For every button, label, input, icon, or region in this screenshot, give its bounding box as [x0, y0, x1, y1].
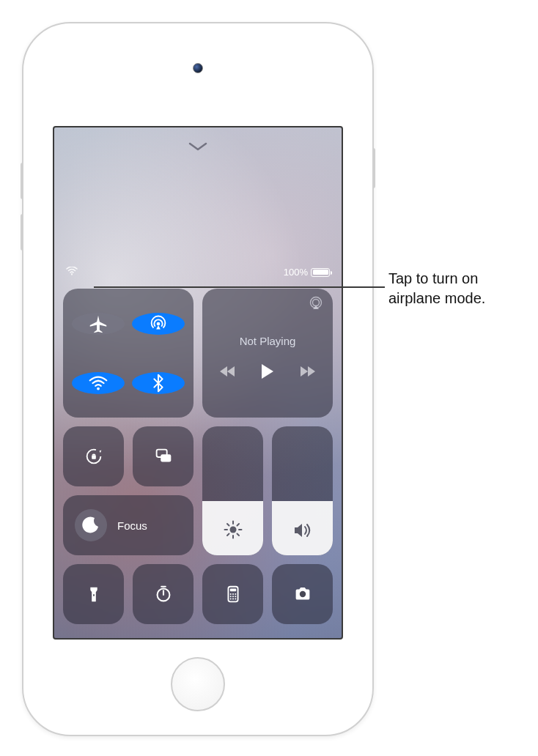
focus-button[interactable]: Focus [63, 495, 194, 555]
callout-leader-line [94, 286, 385, 288]
orientation-lock-button[interactable] [63, 426, 124, 486]
do-not-disturb-icon [75, 509, 107, 541]
svg-point-24 [229, 593, 231, 595]
control-center: Not Playing [63, 289, 333, 629]
svg-point-2 [97, 387, 100, 390]
device-frame: 100% [22, 22, 374, 736]
battery-label: 100% [284, 267, 308, 278]
power-button [372, 148, 375, 188]
next-track-button[interactable] [300, 365, 316, 381]
screen: 100% [53, 126, 343, 640]
svg-rect-23 [229, 589, 235, 592]
status-bar: 100% [54, 267, 342, 278]
front-camera [193, 63, 203, 73]
previous-track-button[interactable] [219, 365, 235, 381]
svg-point-25 [232, 593, 233, 595]
flashlight-button[interactable] [63, 564, 124, 624]
wifi-status-icon [66, 267, 78, 278]
play-button[interactable] [260, 363, 275, 382]
svg-line-15 [237, 534, 239, 536]
svg-point-27 [229, 596, 231, 597]
camera-button[interactable] [272, 564, 333, 624]
svg-point-30 [229, 598, 231, 600]
calculator-button[interactable] [202, 564, 263, 624]
camera-icon [292, 583, 314, 605]
svg-point-9 [229, 527, 236, 533]
focus-label: Focus [117, 519, 147, 532]
svg-rect-6 [92, 455, 96, 459]
timer-button[interactable] [133, 564, 194, 624]
svg-point-31 [232, 598, 233, 600]
callout-line-1: Tap to turn on [388, 269, 485, 289]
svg-line-16 [227, 534, 229, 536]
svg-line-14 [227, 524, 229, 526]
svg-rect-18 [93, 594, 95, 596]
battery-icon [311, 268, 330, 277]
timer-icon [152, 583, 174, 605]
svg-point-1 [157, 322, 161, 325]
wifi-icon [87, 372, 109, 394]
callout-line-2: airplane mode. [388, 289, 485, 308]
airdrop-icon [147, 313, 169, 335]
bluetooth-icon [147, 372, 169, 394]
svg-point-32 [235, 598, 236, 600]
airplay-icon[interactable] [308, 296, 324, 314]
svg-point-4 [313, 300, 320, 306]
screen-mirroring-icon [152, 445, 174, 467]
svg-point-33 [299, 591, 305, 597]
volume-icon [292, 522, 313, 542]
svg-point-29 [235, 596, 236, 597]
svg-point-26 [235, 593, 236, 595]
flashlight-icon [83, 583, 105, 605]
airdrop-toggle[interactable] [132, 313, 185, 335]
calculator-icon [222, 583, 244, 605]
volume-down-button [21, 214, 23, 251]
airplane-icon [87, 313, 109, 335]
airplane-mode-toggle[interactable] [72, 313, 125, 335]
volume-up-button [21, 163, 23, 199]
media-module[interactable]: Not Playing [202, 289, 333, 418]
chevron-down-icon[interactable] [188, 141, 207, 155]
brightness-slider[interactable] [202, 426, 263, 555]
battery-status: 100% [284, 267, 330, 278]
svg-point-28 [232, 596, 233, 597]
home-button[interactable] [171, 657, 225, 711]
svg-line-17 [237, 524, 239, 526]
media-title: Not Playing [240, 335, 296, 347]
callout-text: Tap to turn on airplane mode. [388, 269, 485, 308]
connectivity-module [63, 289, 194, 418]
volume-slider[interactable] [272, 426, 333, 555]
bluetooth-toggle[interactable] [132, 372, 185, 394]
rotation-lock-icon [83, 445, 105, 467]
wifi-toggle[interactable] [72, 372, 125, 394]
brightness-icon [224, 520, 243, 542]
svg-rect-8 [161, 454, 171, 462]
screen-mirroring-button[interactable] [133, 426, 194, 486]
svg-point-0 [71, 273, 73, 275]
media-controls [219, 363, 316, 382]
